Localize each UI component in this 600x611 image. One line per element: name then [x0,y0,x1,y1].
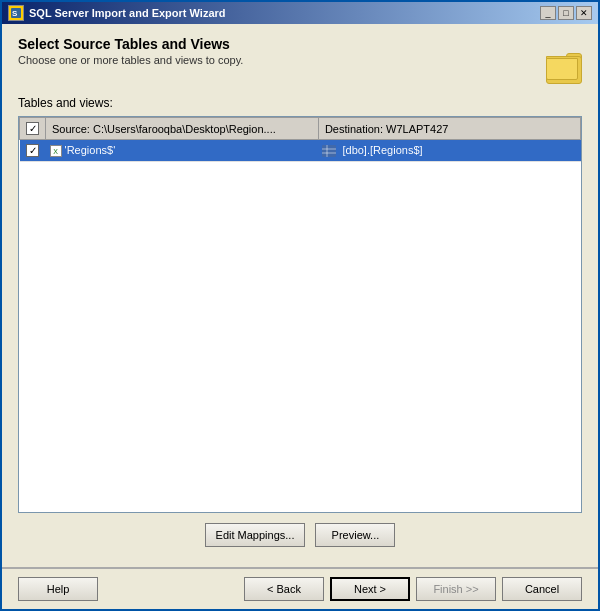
header-text: Select Source Tables and Views Choose on… [18,36,530,66]
window-content: Select Source Tables and Views Choose on… [2,24,598,567]
dest-name: [dbo].[Regions$] [342,144,422,156]
source-cell: X 'Regions$' [46,140,319,162]
bottom-bar: Help < Back Next > Finish >> Cancel [2,568,598,609]
header-folder-icon [530,36,582,84]
title-bar-left: S SQL Server Import and Export Wizard [8,5,226,21]
svg-text:S: S [12,9,18,18]
dest-column-header: Destination: W7LAPT427 [318,118,580,140]
finish-button[interactable]: Finish >> [416,577,496,601]
preview-button[interactable]: Preview... [315,523,395,547]
select-all-checkbox[interactable] [26,122,39,135]
navigation-buttons: < Back Next > Finish >> Cancel [244,577,582,601]
cancel-button[interactable]: Cancel [502,577,582,601]
source-name: 'Regions$' [65,144,116,156]
page-title: Select Source Tables and Views [18,36,530,52]
section-label: Tables and views: [18,96,582,110]
source-column-header: Source: C:\Users\farooqba\Desktop\Region… [46,118,319,140]
middle-buttons: Edit Mappings... Preview... [18,523,582,547]
title-bar-controls: _ □ ✕ [540,6,592,20]
svg-rect-2 [322,145,336,157]
dest-cell: [dbo].[Regions$] [318,140,580,162]
help-button[interactable]: Help [18,577,98,601]
maximize-button[interactable]: □ [558,6,574,20]
app-icon: S [8,5,24,21]
close-button[interactable]: ✕ [576,6,592,20]
minimize-button[interactable]: _ [540,6,556,20]
row-checkbox-cell[interactable] [20,140,46,162]
next-button[interactable]: Next > [330,577,410,601]
header-section: Select Source Tables and Views Choose on… [18,36,582,84]
title-bar: S SQL Server Import and Export Wizard _ … [2,2,598,24]
page-subtitle: Choose one or more tables and views to c… [18,54,530,66]
row-checkbox[interactable] [26,144,39,157]
table-row[interactable]: X 'Regions$' [20,140,581,162]
checkbox-column-header [20,118,46,140]
source-dest-table: Source: C:\Users\farooqba\Desktop\Region… [19,117,581,162]
edit-mappings-button[interactable]: Edit Mappings... [205,523,306,547]
window-title: SQL Server Import and Export Wizard [29,7,226,19]
excel-icon: X [50,145,62,157]
tables-views-container[interactable]: Source: C:\Users\farooqba\Desktop\Region… [18,116,582,513]
table-icon [322,144,342,156]
back-button[interactable]: < Back [244,577,324,601]
main-window: S SQL Server Import and Export Wizard _ … [0,0,600,611]
